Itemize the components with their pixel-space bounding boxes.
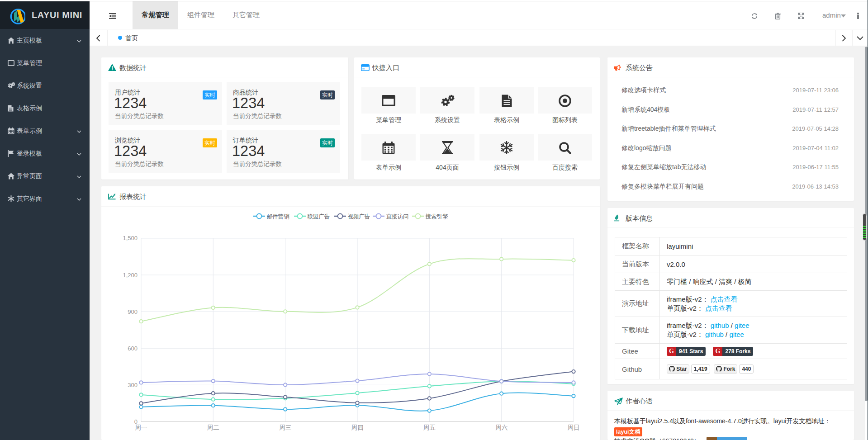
svg-text:周四: 周四: [351, 424, 364, 431]
svg-text:视频广告: 视频广告: [348, 213, 370, 220]
svg-text:邮件营销: 邮件营销: [267, 213, 290, 220]
svg-text:周三: 周三: [279, 424, 291, 431]
svg-text:1,500: 1,500: [123, 235, 138, 241]
svg-text:1,200: 1,200: [123, 272, 138, 279]
svg-text:300: 300: [128, 382, 138, 388]
svg-text:900: 900: [128, 308, 138, 315]
svg-text:搜索引擎: 搜索引擎: [426, 213, 449, 220]
svg-text:周二: 周二: [207, 424, 219, 431]
svg-text:周一: 周一: [135, 424, 147, 431]
svg-text:周五: 周五: [423, 424, 436, 431]
svg-text:直接访问: 直接访问: [386, 213, 409, 220]
svg-text:联盟广告: 联盟广告: [307, 213, 330, 220]
svg-text:600: 600: [128, 345, 138, 352]
svg-text:周日: 周日: [568, 424, 580, 431]
svg-text:周六: 周六: [495, 424, 508, 431]
